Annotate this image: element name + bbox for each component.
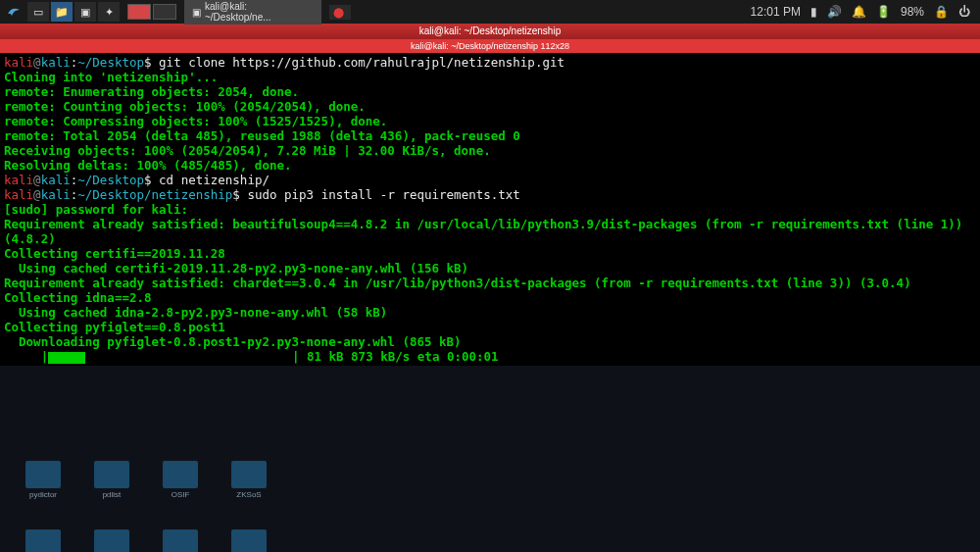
out-recv: Receiving objects: 100% (2054/2054), 7.2…: [4, 143, 491, 158]
window-titlebar[interactable]: kali@kali: ~/Desktop/netizenship: [0, 24, 980, 39]
download-progress-bar: [48, 352, 85, 364]
cmd-cd: cd netizenship/: [159, 173, 270, 187]
desktop-folder[interactable]: pdlist: [88, 461, 135, 499]
window-subtitle-bar: kali@kali: ~/Desktop/netizenship 112x28: [0, 39, 980, 53]
out-sudo: [sudo] password for kali:: [4, 202, 188, 217]
out-col-idna: Collecting idna==2.8: [4, 290, 152, 305]
lock-icon[interactable]: 🔒: [934, 5, 949, 19]
quick-launch: ▭ 📁 ▣ ✦: [27, 2, 120, 22]
top-panel: ▭ 📁 ▣ ✦ ▣ kali@kali: ~/Desktop/ne... ⬤ 1…: [0, 0, 980, 24]
workspace-2[interactable]: [153, 4, 176, 20]
out-total: remote: Total 2054 (delta 485), reused 1…: [4, 128, 520, 143]
desktop-folder[interactable]: OSIF: [157, 461, 204, 499]
window-subtitle: kali@kali: ~/Desktop/netizenship 112x28: [411, 41, 569, 51]
power-icon[interactable]: ⏻: [958, 5, 970, 19]
out-dl-pyfiglet: Downloading pyfiglet-0.8.post1-py2.py3-n…: [4, 334, 462, 349]
workspace-switcher[interactable]: [127, 4, 176, 20]
kali-tool-icon[interactable]: ✦: [98, 2, 120, 22]
desktop-folder[interactable]: pydictor: [20, 461, 67, 499]
out-req-chardet: Requirement already satisfied: chardet==…: [4, 276, 911, 290]
out-progress: | 81 kB 873 kB/s eta 0:00:01: [292, 349, 499, 364]
battery-percent: 98%: [901, 5, 924, 19]
prompt-user: kali: [4, 55, 33, 70]
desktop-icon[interactable]: ▭: [27, 2, 49, 22]
terminal-body[interactable]: kali@kali:~/Desktop$ git clone https://g…: [0, 53, 980, 366]
desktop-folder[interactable]: Zeebsploit: [88, 529, 135, 552]
window-title: kali@kali: ~/Desktop/netizenship: [419, 25, 561, 36]
clock[interactable]: 12:01 PM: [751, 5, 801, 19]
terminal-icon[interactable]: ▣: [74, 2, 96, 22]
out-resolve: Resolving deltas: 100% (485/485), done.: [4, 158, 292, 173]
out-cache-certifi: Using cached certifi-2019.11.28-py2.py3-…: [4, 261, 468, 276]
workspace-1[interactable]: [127, 4, 151, 20]
out-compress: remote: Compressing objects: 100% (1525/…: [4, 114, 387, 128]
prompt-path: ~/Desktop: [77, 55, 144, 70]
cmd-pip: sudo pip3 install -r requirements.txt: [247, 187, 519, 202]
prompt-host: kali: [41, 55, 71, 70]
taskbar-terminal[interactable]: ▣ kali@kali: ~/Desktop/ne...: [184, 0, 321, 25]
out-enum: remote: Enumerating objects: 2054, done.: [4, 84, 299, 99]
desktop-folder[interactable]: FazScan: [157, 529, 204, 552]
prompt-at: @: [33, 55, 41, 70]
prompt-path2: ~/Desktop/netizenship: [77, 187, 232, 202]
system-tray: 12:01 PM ▮ 🔊 🔔 🔋 98% 🔒 ⏻: [751, 5, 976, 19]
desktop-folder[interactable]: vault: [20, 529, 67, 552]
record-icon: ⬤: [333, 7, 344, 18]
prompt-user: kali: [4, 173, 33, 187]
terminal-window: kali@kali: ~/Desktop/netizenship kali@ka…: [0, 24, 980, 366]
notification-icon[interactable]: 🔔: [852, 5, 866, 19]
out-cache-idna: Using cached idna-2.8-py2.py3-none-any.w…: [4, 305, 387, 320]
taskbar-recorder[interactable]: ⬤: [329, 5, 351, 20]
taskbar-app-icon: ▣: [192, 7, 201, 18]
mic-icon[interactable]: ▮: [810, 5, 817, 19]
out-col-pyfiglet: Collecting pyfiglet==0.8.post1: [4, 320, 225, 334]
prompt-dollar: $: [144, 55, 152, 70]
out-req-bs4: Requirement already satisfied: beautiful…: [4, 217, 970, 246]
cmd-git-clone: git clone https://github.com/rahulrajpl/…: [159, 55, 564, 70]
out-count: remote: Counting objects: 100% (2054/205…: [4, 99, 366, 114]
taskbar-label: kali@kali: ~/Desktop/ne...: [205, 1, 314, 23]
volume-icon[interactable]: 🔊: [827, 5, 842, 19]
out-cloning: Cloning into 'netizenship'...: [4, 70, 218, 84]
kali-menu-icon[interactable]: [4, 2, 24, 22]
desktop-folder[interactable]: ZKSoS: [225, 461, 272, 499]
out-col-certifi: Collecting certifi==2019.11.28: [4, 246, 225, 261]
battery-icon[interactable]: 🔋: [876, 5, 891, 19]
desktop-folder[interactable]: Fazport: [225, 529, 272, 552]
file-manager-icon[interactable]: 📁: [51, 2, 73, 22]
